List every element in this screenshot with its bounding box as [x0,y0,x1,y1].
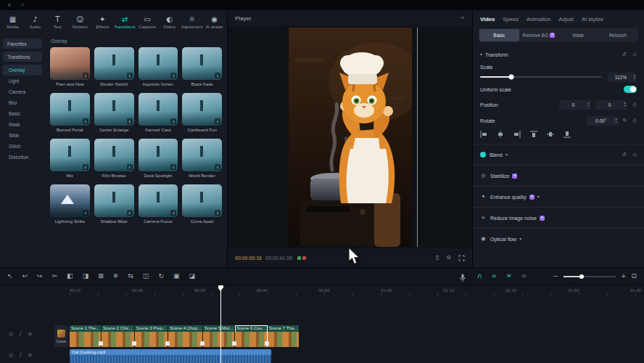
rotate-wheel-icon[interactable]: ↻ [623,118,627,123]
step-down-icon[interactable]: ▾ [587,105,589,108]
selection-bounds[interactable] [417,28,418,247]
split-icon[interactable]: ✂ [52,273,58,280]
chevron-down-icon[interactable]: ▾ [537,195,540,199]
position-x-input[interactable]: 0 ▴▾ [559,100,591,110]
timeline-clip[interactable]: Scene 4 Chop... [168,325,203,347]
timeline-clip[interactable]: Scene 1 The... [70,325,102,347]
sidebar-item-slide[interactable]: Slide [3,130,42,141]
app-menu-icon[interactable]: ≡ [7,3,12,8]
timeline-clip-selected[interactable]: Scene 6 Cou... [235,325,268,347]
app-settings-icon[interactable]: ☼ [20,3,25,8]
sidebar-group-transitions[interactable]: Transitions [3,52,42,62]
chevron-down-icon[interactable]: ▾ [480,52,482,57]
scale-value-input[interactable]: 112% ▴▾ [608,73,637,82]
mirror-icon[interactable]: ◫ [143,273,149,280]
tab-ai-avatar[interactable]: ◉AI avatar [203,16,226,29]
tab-speed[interactable]: Speed [503,16,519,23]
tab-transitions[interactable]: ⇄Transitions [114,16,136,29]
lock-track-icon[interactable]: ⊘ [28,332,33,337]
blend-row[interactable]: Blend ▾ ↺ ◇ [473,146,644,163]
transition-item[interactable]: ↓Burned Portal [50,93,90,132]
auto-link-toggle-icon[interactable]: ∞ [492,273,498,280]
step-down-icon[interactable]: ▾ [615,121,616,124]
enhance-quality-row[interactable]: ✦ Enhance quality ✦ ▾ [473,188,644,205]
subtab-retouch[interactable]: Retouch [598,29,638,41]
stabilize-row[interactable]: ◎ Stabilize ✦ [473,167,644,184]
tab-ai-stylize[interactable]: AI stylize [582,16,603,23]
freeze-frame-icon[interactable]: ❄ [113,273,119,280]
timeline-clip[interactable]: Scene 2 Chic... [102,325,135,347]
transition-item[interactable]: ↓Shadow Wipe [94,184,134,224]
timeline-ruler[interactable]: 00:10 00:20 00:30 00:40 00:50 01:00 01:1… [70,285,641,295]
fit-timeline-icon[interactable]: ⊡ [631,273,637,280]
timeline-settings-icon[interactable]: ≡ [521,273,527,280]
player-menu-icon[interactable]: ≡ [460,15,465,21]
rotate-icon[interactable]: ↻ [158,273,164,280]
tab-adjust[interactable]: Adjust [558,16,574,23]
snap-toggle-icon[interactable]: ≍ [506,273,512,280]
subtab-mask[interactable]: Mask [558,29,598,41]
timeline-clip[interactable]: Scene 7 Tha... [268,325,300,347]
tab-adjustment[interactable]: ☼Adjustment [181,16,203,29]
delete-left-icon[interactable]: ◧ [67,273,73,280]
transition-item[interactable]: ↓Center Enlarge [94,93,134,132]
zoom-in-icon[interactable]: + [621,273,627,280]
tab-audio[interactable]: ♪Audio [24,16,46,29]
sidebar-item-light[interactable]: Light [3,76,42,86]
transition-marker[interactable] [99,341,103,346]
tab-captions[interactable]: ▭Captions [136,16,158,29]
transition-item[interactable]: ↓Shutter Switch [94,47,134,86]
reverse-icon[interactable]: ⇆ [128,273,133,280]
optical-flow-row[interactable]: ◉ Optical flow ▾ [473,230,644,248]
zoom-out-icon[interactable]: − [553,273,558,280]
transition-item[interactable]: ↓Black Fade [182,47,222,86]
aspect-ratio-icon[interactable]: ▯ [436,255,439,261]
subtab-remove-bg[interactable]: Remove BG✦ [519,29,559,41]
transition-item[interactable]: ↓Come Apart [182,184,222,224]
reset-icon[interactable]: ↺ [622,152,627,158]
sidebar-item-glitch[interactable]: Glitch [3,141,42,152]
timeline-clip[interactable]: Scene 5 Mixi... [203,325,235,347]
tab-filters[interactable]: ◐Filters [158,16,181,29]
select-tool-icon[interactable]: ↖ [7,273,13,280]
zoom-slider[interactable] [564,276,616,277]
sidebar-item-distortion[interactable]: Distortion [3,152,42,163]
record-voiceover-icon[interactable] [460,272,466,285]
scale-slider[interactable] [480,76,601,78]
align-top-icon[interactable] [530,131,537,138]
transition-item[interactable]: ↓Hypnotic Vortex [139,47,178,86]
subtab-basic[interactable]: Basic [479,29,519,41]
transition-item[interactable]: ↓Film Browse [94,139,134,178]
uniform-scale-toggle[interactable] [624,86,637,93]
step-down-icon[interactable]: ▾ [634,77,635,81]
audio-track-clip[interactable]: Cat Cooking.mp3 [70,349,271,363]
undo-icon[interactable]: ↩ [22,273,28,280]
fullscreen-icon[interactable] [458,255,465,261]
transition-marker[interactable] [200,341,205,346]
sidebar-item-favorites[interactable]: Favorites [3,38,42,49]
mute-track-icon[interactable]: ♪ [19,332,22,337]
redo-icon[interactable]: ↪ [37,273,43,280]
mute-track-icon[interactable]: ♪ [19,353,22,358]
rotate-input[interactable]: 0.00° ▴▾ [587,116,619,126]
timeline-clip[interactable]: Scene 3 Prep... [135,325,168,347]
delete-icon[interactable]: ⊠ [98,273,104,280]
align-middle-vertical-icon[interactable] [547,131,554,138]
cover-button[interactable]: Cover [54,325,68,347]
chevron-down-icon[interactable]: ▾ [505,152,508,157]
transition-item[interactable]: ↓Cardboard Fun [182,93,222,132]
reset-icon[interactable]: ↺ [622,52,627,57]
align-bottom-icon[interactable] [564,131,571,138]
transition-item[interactable]: ↓Deck Spotlight [139,139,178,178]
transition-item[interactable]: ↓Fanned Card [139,93,178,132]
sidebar-item-overlay[interactable]: Overlay [3,65,42,76]
keyframe-icon[interactable]: ◇ [633,152,637,158]
position-y-input[interactable]: 0 ▴▾ [595,100,627,110]
transition-item[interactable]: ↓World Bender [182,139,222,178]
transition-marker[interactable] [165,341,170,346]
tab-stickers[interactable]: ☺Stickers [69,16,91,29]
align-right-icon[interactable] [513,131,521,138]
sidebar-item-camera[interactable]: Camera [3,86,42,97]
sidebar-item-blur[interactable]: Blur [3,97,42,108]
crop-icon[interactable]: ▣ [173,273,180,280]
